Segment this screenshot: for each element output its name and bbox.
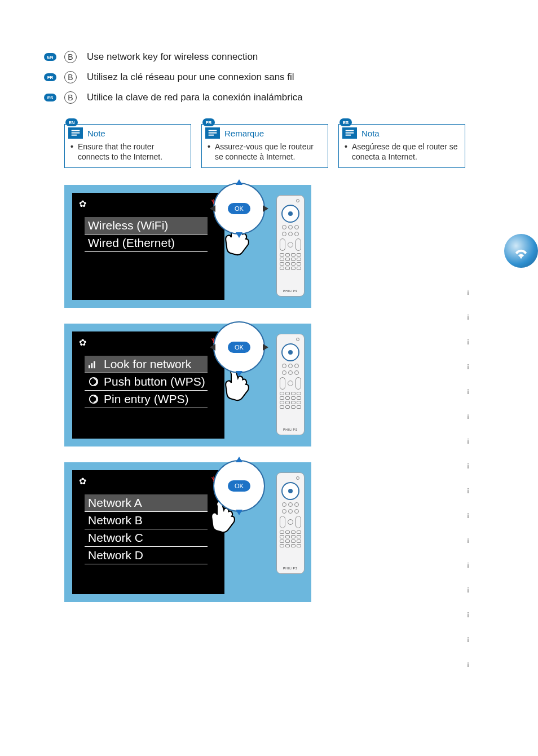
heading-fr: Utilisez la clé réseau pour une connexio… <box>87 72 294 83</box>
bullet-icon: • <box>70 142 73 162</box>
tv-screen-2: ✿ Look for network <box>72 331 224 439</box>
arrow-left-icon[interactable] <box>210 205 215 212</box>
option-network-b[interactable]: Network B <box>85 512 208 529</box>
lang-pill-fr: FR <box>44 73 56 81</box>
remote-brand: PHILIPS <box>283 289 298 293</box>
arrow-down-icon[interactable] <box>236 371 242 377</box>
option-wireless[interactable]: Wireless (WiFi) <box>85 217 208 235</box>
note-pill-en: EN <box>65 118 78 126</box>
option-pin-entry-wps[interactable]: Pin entry (WPS) <box>85 391 208 408</box>
note-box-fr: Remarque • Assurez-vous que le routeur s… <box>201 124 328 168</box>
remote-row <box>282 364 299 368</box>
remote-dpad-icon <box>281 205 299 223</box>
signal-icon <box>88 360 99 369</box>
arrow-up-icon[interactable] <box>236 318 242 324</box>
step-badge: B <box>64 71 77 83</box>
heading-en: Use network key for wireless connection <box>87 51 258 63</box>
remote-row <box>280 238 301 251</box>
ok-button[interactable]: OK <box>228 203 250 214</box>
svg-rect-6 <box>346 130 354 131</box>
remote-row <box>282 502 299 507</box>
note-box-es: Nota • Asegúrese de que el router se con… <box>338 124 465 168</box>
wps-icon <box>88 377 99 387</box>
note-body-fr: Assurez-vous que le routeur se connecte … <box>215 142 323 162</box>
lang-pill-en: EN <box>44 53 56 61</box>
option-label: Wired (Ethernet) <box>88 236 175 250</box>
svg-rect-2 <box>72 135 77 136</box>
note-icon <box>205 127 220 139</box>
tv-screen-1: ✿ Wireless (WiFi) Wired (Ethernet) <box>72 193 224 300</box>
note-icon <box>68 127 83 139</box>
option-label: Wireless (WiFi) <box>88 219 168 232</box>
remote-brand: PHILIPS <box>283 428 298 431</box>
remote-keypad <box>280 253 301 270</box>
remote-power-icon <box>296 338 299 341</box>
note-body-en: Ensure that the router connects to the I… <box>78 142 186 162</box>
option-wired[interactable]: Wired (Ethernet) <box>85 235 208 252</box>
option-look-for-network[interactable]: Look for network <box>85 356 208 373</box>
remote-row <box>280 377 301 390</box>
svg-rect-8 <box>346 135 351 136</box>
note-pill-fr: FR <box>202 118 215 126</box>
option-label: Network A <box>88 496 142 510</box>
option-push-button-wps[interactable]: Push button (WPS) <box>85 373 208 391</box>
notes-row: EN Note • Ensure that the router connect… <box>64 124 527 168</box>
dpad: OK <box>211 319 267 375</box>
wps-icon <box>88 394 99 404</box>
step-badge: B <box>64 91 77 104</box>
option-label: Pin entry (WPS) <box>104 392 189 406</box>
svg-rect-13 <box>94 361 95 369</box>
note-pill-es: ES <box>339 118 352 126</box>
note-title-fr: Remarque <box>222 128 266 139</box>
lang-row-en: EN B Use network key for wireless connec… <box>44 51 527 63</box>
bullet-icon: • <box>208 142 210 162</box>
note-title-es: Nota <box>359 128 382 139</box>
remote-row <box>282 370 299 375</box>
option-network-a[interactable]: Network A <box>85 494 208 512</box>
arrow-left-icon[interactable] <box>210 483 215 489</box>
svg-rect-12 <box>91 363 93 368</box>
gear-icon: ✿ <box>79 476 86 487</box>
arrow-right-icon[interactable] <box>263 344 268 351</box>
remote-row <box>282 225 299 229</box>
gear-icon: ✿ <box>79 198 86 209</box>
arrow-down-icon[interactable] <box>236 510 242 515</box>
arrow-up-icon[interactable] <box>236 457 242 462</box>
bullet-icon: • <box>345 142 347 162</box>
remote-control: PHILIPS <box>276 195 305 297</box>
side-decorative-dots: ¡¡¡¡¡¡¡¡¡¡¡¡¡¡¡¡ <box>467 288 469 667</box>
ok-button[interactable]: OK <box>228 342 250 353</box>
dpad: OK <box>211 180 267 237</box>
ok-button[interactable]: OK <box>228 480 250 492</box>
svg-rect-5 <box>209 135 214 136</box>
screen-panel-1: ✿ Wireless (WiFi) Wired (Ethernet) <box>64 185 311 308</box>
svg-rect-3 <box>209 130 217 131</box>
option-network-c[interactable]: Network C <box>85 529 208 547</box>
gear-icon: ✿ <box>79 337 86 348</box>
remote-keypad <box>280 392 301 409</box>
note-title-en: Note <box>85 128 108 139</box>
arrow-down-icon[interactable] <box>236 232 242 238</box>
lang-row-es: ES B Utilice la clave de red para la con… <box>44 91 527 104</box>
option-label: Network C <box>88 531 143 545</box>
option-label: Network B <box>88 514 143 527</box>
svg-rect-0 <box>72 130 80 131</box>
remote-keypad <box>280 530 301 547</box>
heading-es: Utilice la clave de red para la conexión… <box>87 92 303 103</box>
note-box-en: Note • Ensure that the router connects t… <box>64 124 191 168</box>
remote-brand: PHILIPS <box>283 567 298 570</box>
note-icon <box>342 127 357 139</box>
arrow-right-icon[interactable] <box>263 483 268 489</box>
remote-row <box>282 232 299 236</box>
svg-rect-11 <box>89 365 90 368</box>
dpad: OK <box>211 458 267 514</box>
lang-pill-es: ES <box>44 94 56 101</box>
remote-dpad-icon <box>281 343 299 361</box>
arrow-left-icon[interactable] <box>210 344 215 351</box>
option-label: Look for network <box>104 357 191 371</box>
arrow-right-icon[interactable] <box>263 205 268 212</box>
remote-dpad-icon <box>281 482 299 500</box>
option-label: Push button (WPS) <box>104 375 205 388</box>
arrow-up-icon[interactable] <box>236 179 242 185</box>
option-network-d[interactable]: Network D <box>85 547 208 564</box>
